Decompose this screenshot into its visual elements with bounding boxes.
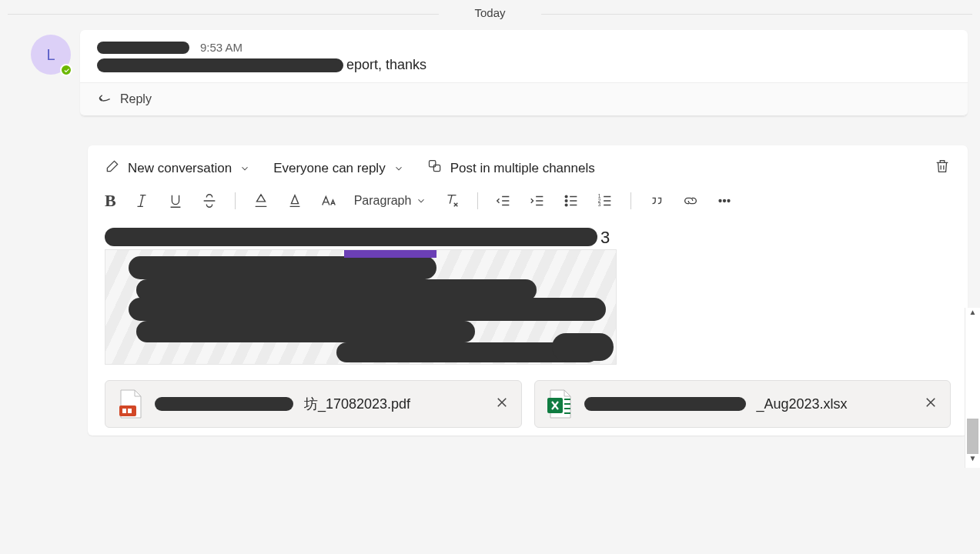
message-card[interactable]: 9:53 AM eport, thanks Reply (80, 30, 968, 116)
bullet-list-button[interactable] (563, 192, 580, 209)
svg-point-2 (566, 195, 568, 198)
italic-button[interactable] (133, 192, 150, 209)
scroll-up-icon[interactable]: ▲ (965, 308, 980, 322)
svg-rect-13 (128, 409, 132, 413)
chevron-down-icon (416, 195, 426, 206)
discard-button[interactable] (934, 158, 951, 179)
outdent-button[interactable] (495, 192, 512, 209)
message-time: 9:53 AM (200, 41, 242, 54)
body-trailing-char: 3 (600, 228, 610, 248)
bold-button[interactable]: B (105, 191, 116, 211)
separator (477, 192, 478, 209)
avatar[interactable]: L (31, 35, 71, 75)
svg-point-10 (727, 200, 730, 202)
remove-attachment-button[interactable] (495, 395, 509, 413)
pdf-file-icon (118, 389, 144, 419)
clear-format-button[interactable] (443, 192, 460, 209)
strike-button[interactable] (201, 192, 218, 209)
svg-rect-0 (429, 161, 435, 167)
svg-rect-1 (433, 165, 440, 171)
chevron-down-icon (239, 163, 250, 174)
indent-button[interactable] (529, 192, 546, 209)
filename-suffix: _Aug2023.xlsx (757, 396, 848, 412)
link-button[interactable] (682, 192, 699, 209)
attachment-item[interactable]: 坊_17082023.pdf (105, 380, 522, 428)
numbered-list-button[interactable]: 123 (597, 192, 614, 209)
font-color-button[interactable] (286, 192, 303, 209)
svg-point-8 (719, 200, 721, 202)
filename-redacted (155, 397, 293, 411)
post-multi-channels-button[interactable]: Post in multiple channels (427, 159, 595, 178)
attachment-item[interactable]: _Aug2023.xlsx (534, 380, 952, 428)
excel-file-icon (547, 389, 574, 419)
font-size-button[interactable] (320, 192, 337, 209)
reply-scope-button[interactable]: Everyone can reply (273, 161, 404, 176)
format-toolbar: B Paragraph 123 (88, 182, 968, 217)
message-text-visible: eport, thanks (346, 57, 426, 73)
svg-point-4 (566, 204, 568, 206)
svg-text:3: 3 (598, 202, 601, 207)
composer: New conversation Everyone can reply Post… (88, 145, 968, 436)
highlight-button[interactable] (253, 192, 269, 209)
paragraph-style-button[interactable]: Paragraph (354, 194, 427, 208)
remove-attachment-button[interactable] (924, 395, 938, 413)
filename-redacted (584, 397, 746, 411)
more-options-button[interactable] (716, 192, 733, 209)
pasted-image-thumbnail[interactable] (105, 249, 617, 365)
quote-button[interactable] (648, 192, 665, 209)
sender-name-redacted (97, 42, 189, 54)
svg-rect-12 (122, 409, 126, 413)
message-row: L 9:53 AM eport, thanks Reply (0, 30, 980, 116)
filename-suffix: 坊_17082023.pdf (304, 395, 410, 413)
chevron-down-icon (393, 163, 404, 174)
presence-available-icon (60, 64, 72, 76)
new-conversation-button[interactable]: New conversation (105, 159, 250, 178)
separator (235, 192, 236, 209)
scrollbar[interactable]: ▲ ▼ (965, 308, 980, 468)
scroll-thumb[interactable] (967, 419, 978, 454)
channels-icon (427, 159, 443, 178)
attachments-bar: 坊_17082023.pdf _Aug2023.xlsx (88, 380, 968, 436)
svg-point-3 (566, 200, 568, 202)
message-text-redacted (97, 58, 343, 72)
separator (630, 192, 631, 209)
scroll-down-icon[interactable]: ▼ (965, 454, 980, 468)
svg-point-9 (724, 200, 726, 202)
date-separator: Today (0, 0, 980, 30)
body-line1-redacted (105, 228, 597, 246)
reply-button[interactable]: Reply (80, 82, 968, 116)
compose-body[interactable]: 3 (88, 217, 968, 380)
underline-button[interactable] (167, 192, 184, 209)
reply-arrow-icon (97, 91, 112, 108)
compose-icon (105, 159, 120, 178)
